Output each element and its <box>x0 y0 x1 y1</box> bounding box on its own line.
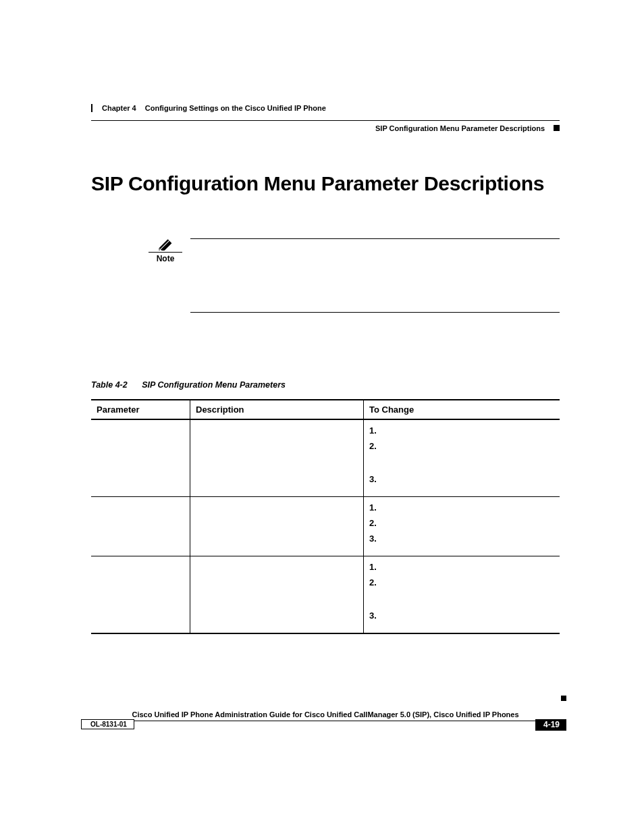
cell-parameter <box>91 497 190 556</box>
th-description: Description <box>190 400 364 419</box>
cell-to-change: 1. 2. 3. <box>364 419 560 497</box>
table-title: SIP Configuration Menu Parameters <box>142 380 286 390</box>
pencil-icon <box>158 238 173 251</box>
th-parameter: Parameter <box>91 400 190 419</box>
header-section: SIP Configuration Menu Parameter Descrip… <box>375 124 560 132</box>
step-number: 1. <box>369 425 554 436</box>
header-left: Chapter 4 Configuring Settings on the Ci… <box>91 104 326 112</box>
note-body <box>190 238 560 313</box>
footer-guide-title: Cisco Unified IP Phone Administration Gu… <box>91 710 560 719</box>
page-number: 4-19 <box>535 719 566 731</box>
step-number: 2. <box>369 441 554 451</box>
footer-rule <box>91 721 560 721</box>
step-number: 1. <box>369 502 554 513</box>
chapter-number: Chapter 4 <box>102 104 136 112</box>
table-row: 1. 2. 3. <box>91 419 560 497</box>
table-row: 1. 2. 3. <box>91 556 560 634</box>
page-footer: Cisco Unified IP Phone Administration Gu… <box>91 710 560 733</box>
cell-to-change: 1. 2. 3. <box>364 556 560 634</box>
step-number: 3. <box>369 474 554 484</box>
cell-description <box>190 419 364 497</box>
parameters-table: Parameter Description To Change 1. 2. 3. <box>91 399 560 634</box>
cell-description <box>190 497 364 556</box>
step-number: 1. <box>369 562 554 572</box>
cell-parameter <box>91 556 190 634</box>
cell-description <box>190 556 364 634</box>
doc-id: OL-8131-01 <box>84 719 134 729</box>
table-number: Table 4-2 <box>91 380 128 390</box>
step-number: 2. <box>369 518 554 528</box>
footer-square-icon <box>561 696 566 701</box>
header-square-icon <box>554 125 560 131</box>
page-title: SIP Configuration Menu Parameter Descrip… <box>91 172 560 195</box>
header-rule <box>91 120 560 121</box>
step-number: 3. <box>369 533 554 544</box>
table-row: 1. 2. 3. <box>91 497 560 556</box>
running-header: Chapter 4 Configuring Settings on the Ci… <box>91 108 560 135</box>
th-to-change: To Change <box>364 400 560 419</box>
table-caption: Table 4-2 SIP Configuration Menu Paramet… <box>91 380 560 390</box>
step-number: 2. <box>369 577 554 588</box>
note-block: Note <box>149 238 560 313</box>
note-label: Note <box>149 254 182 263</box>
cell-to-change: 1. 2. 3. <box>364 497 560 556</box>
cell-parameter <box>91 419 190 497</box>
chapter-title: Configuring Settings on the Cisco Unifie… <box>145 104 326 112</box>
step-number: 3. <box>369 610 554 621</box>
